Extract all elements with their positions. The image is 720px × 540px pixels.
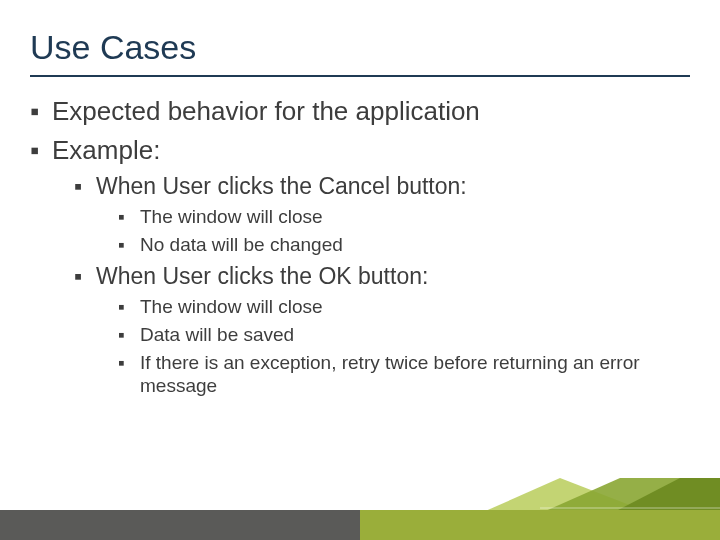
list-item: If there is an exception, retry twice be… [118,351,690,399]
slide-title: Use Cases [0,0,720,75]
list-item: The window will close [118,295,690,319]
slide: Use Cases Expected behavior for the appl… [0,0,720,540]
title-rule [30,75,690,77]
svg-marker-3 [360,510,720,540]
list-item-label: When User clicks the OK button: [96,263,428,289]
list-item-label: Example: [52,135,160,165]
list-item: Expected behavior for the application [30,95,690,128]
footer-graphic [0,478,720,540]
list-item-label: When User clicks the Cancel button: [96,173,467,199]
slide-content: Expected behavior for the application Ex… [0,95,720,398]
list-item: When User clicks the OK button: The wind… [74,262,690,398]
list-item: When User clicks the Cancel button: The … [74,172,690,256]
footer-accent-icon [360,478,720,540]
list-item: The window will close [118,205,690,229]
list-item: No data will be changed [118,233,690,257]
list-item: Example: When User clicks the Cancel but… [30,134,690,399]
list-item: Data will be saved [118,323,690,347]
